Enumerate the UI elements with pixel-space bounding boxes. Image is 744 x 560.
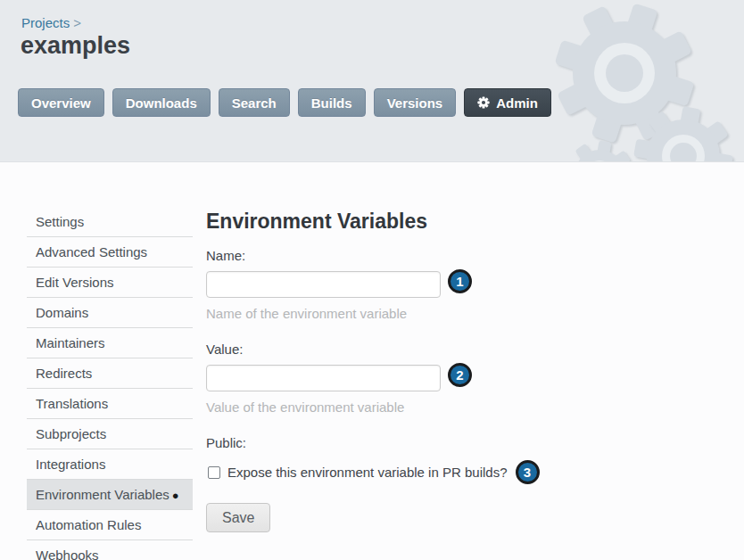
step-badge-2: 2 (448, 363, 472, 387)
value-help-text: Value of the environment variable (206, 400, 590, 414)
environment-variables-form: Environment Variables Name: Name of the … (206, 210, 590, 532)
name-label: Name: (206, 249, 590, 262)
gear-icon (477, 96, 490, 109)
tab-search[interactable]: Search (219, 88, 290, 117)
breadcrumb-projects-link[interactable]: Projects (21, 15, 70, 30)
step-badge-3: 3 (516, 460, 540, 484)
project-header: Projects> examples Overview Downloads Se… (0, 0, 744, 162)
big-gear-icon (554, 3, 694, 143)
value-input[interactable] (206, 365, 441, 391)
admin-sidebar: Settings Advanced Settings Edit Versions… (27, 207, 193, 560)
breadcrumb-separator: > (73, 15, 81, 30)
small-gear-icon (633, 106, 733, 162)
sidebar-item-edit-versions[interactable]: Edit Versions (27, 268, 193, 298)
name-input[interactable] (206, 271, 441, 298)
public-label: Public: (206, 436, 590, 449)
tiny-gear-icon (575, 140, 631, 162)
project-nav: Overview Downloads Search Builds Version… (18, 88, 551, 117)
public-field-row: Public: Expose this environment variable… (206, 436, 590, 484)
value-label: Value: (206, 342, 590, 356)
name-field-row: Name: Name of the environment variable 1 (206, 249, 590, 320)
active-item-dot: ● (172, 489, 179, 502)
sidebar-item-advanced-settings[interactable]: Advanced Settings (27, 237, 193, 268)
public-checkbox-line: Expose this environment variable in PR b… (206, 460, 590, 484)
tab-builds[interactable]: Builds (298, 88, 366, 117)
sidebar-item-environment-variables[interactable]: Environment Variables● (27, 480, 193, 510)
step-badge-1: 1 (448, 269, 472, 293)
public-checkbox-label: Expose this environment variable in PR b… (227, 465, 508, 480)
sidebar-item-redirects[interactable]: Redirects (27, 358, 193, 389)
sidebar-item-integrations[interactable]: Integrations (27, 449, 193, 480)
breadcrumb: Projects> (21, 15, 81, 30)
tab-admin[interactable]: Admin (464, 88, 551, 117)
sidebar-item-automation-rules[interactable]: Automation Rules (27, 510, 193, 540)
tab-overview[interactable]: Overview (18, 88, 104, 117)
tab-downloads[interactable]: Downloads (112, 88, 211, 117)
save-button[interactable]: Save (206, 503, 270, 532)
page-title: examples (21, 32, 130, 59)
sidebar-item-domains[interactable]: Domains (27, 298, 193, 328)
section-title: Environment Variables (206, 210, 590, 233)
public-checkbox[interactable] (208, 466, 220, 479)
tab-versions[interactable]: Versions (374, 88, 457, 117)
tab-admin-label: Admin (496, 95, 538, 111)
value-field-row: Value: Value of the environment variable… (206, 342, 590, 414)
sidebar-item-webhooks[interactable]: Webhooks (27, 540, 193, 560)
sidebar-item-subprojects[interactable]: Subprojects (27, 419, 193, 449)
name-help-text: Name of the environment variable (206, 307, 590, 320)
gears-decoration (0, 0, 744, 162)
sidebar-item-maintainers[interactable]: Maintainers (27, 328, 193, 358)
sidebar-item-settings[interactable]: Settings (27, 207, 193, 237)
sidebar-item-label: Environment Variables (36, 487, 169, 502)
sidebar-item-translations[interactable]: Translations (27, 389, 193, 419)
